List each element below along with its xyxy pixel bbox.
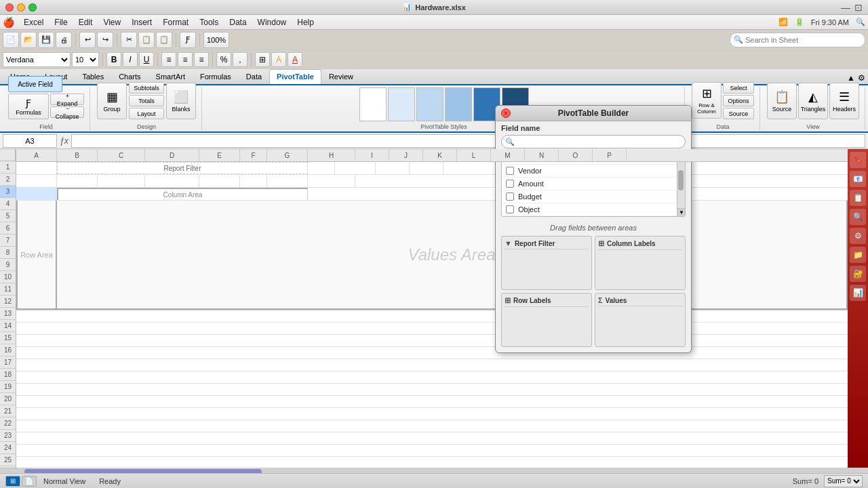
cell-b1[interactable]: Report Filter <box>57 162 308 174</box>
fullscreen-icon[interactable]: ⊡ <box>854 2 863 13</box>
sidebar-icon-4[interactable]: 🔍 <box>850 209 866 225</box>
pivot-area-column-labels[interactable]: ⊞ Column Labels <box>595 236 686 290</box>
cell-e2[interactable] <box>199 175 240 187</box>
col-header-b[interactable]: B <box>57 149 98 161</box>
headers-btn[interactable]: ☰ Headers <box>829 83 859 119</box>
pivot-area-row-labels[interactable]: ⊞ Row Labels <box>501 293 592 347</box>
col-header-p[interactable]: P <box>593 149 627 161</box>
zoom-btn[interactable]: 100% <box>203 32 229 48</box>
collapse-btn[interactable]: － Collapse <box>50 106 84 118</box>
percent-btn[interactable]: % <box>216 52 231 67</box>
window-controls[interactable] <box>5 3 37 12</box>
col-header-o[interactable]: O <box>559 149 593 161</box>
col-header-g[interactable]: G <box>267 149 308 161</box>
col-header-n[interactable]: N <box>525 149 559 161</box>
col-header-l[interactable]: L <box>457 149 491 161</box>
save-btn[interactable]: 💾 <box>38 32 54 48</box>
font-size-select[interactable]: 10 <box>72 52 99 67</box>
col-header-h[interactable]: H <box>308 149 355 161</box>
col-header-k[interactable]: K <box>423 149 457 161</box>
pivot-area-values[interactable]: Σ Values <box>595 293 686 347</box>
italic-btn[interactable]: I <box>123 52 138 67</box>
sidebar-icon-7[interactable]: 🔐 <box>850 266 866 282</box>
minimize-button[interactable] <box>17 3 25 12</box>
page-layout-btn[interactable]: 📄 <box>22 476 37 487</box>
triangles-btn[interactable]: ◭ Triangles <box>798 83 828 119</box>
active-field-btn[interactable]: Active Field <box>8 76 62 92</box>
pivot-builder-titlebar[interactable]: × PivotTable Builder <box>496 106 691 121</box>
scroll-down-btn[interactable]: ▼ <box>677 208 686 216</box>
style-2[interactable] <box>388 87 415 121</box>
sidebar-icon-8[interactable]: 📊 <box>850 285 866 301</box>
menu-edit[interactable]: Edit <box>73 16 98 28</box>
menu-data[interactable]: Data <box>224 16 252 28</box>
sidebar-icon-6[interactable]: 📁 <box>850 247 866 263</box>
formula-input[interactable] <box>71 134 865 148</box>
bold-btn[interactable]: B <box>106 52 121 67</box>
layout-btn[interactable]: Layout <box>129 108 164 119</box>
pivot-search-input[interactable] <box>501 135 686 148</box>
pivot-builder-close-btn[interactable]: × <box>501 108 511 118</box>
spotlight-icon[interactable]: 🔍 <box>856 18 865 26</box>
field-checkbox-amount[interactable] <box>506 180 514 188</box>
cell-f1[interactable] <box>308 162 335 174</box>
col-header-a[interactable]: A <box>16 149 57 161</box>
cell-f2[interactable] <box>240 175 267 187</box>
cell-b2[interactable] <box>57 175 98 187</box>
expand-btn[interactable]: ＋ Expand <box>50 94 84 105</box>
new-btn[interactable]: 📄 <box>3 32 19 48</box>
style-4[interactable] <box>445 87 472 121</box>
field-item-amount[interactable]: Amount <box>502 178 685 190</box>
comma-btn[interactable]: , <box>233 52 248 67</box>
fill-btn[interactable]: A <box>271 52 286 67</box>
empty-cell[interactable] <box>16 310 848 323</box>
cell-g1[interactable] <box>335 162 376 174</box>
field-item-object[interactable]: Object <box>502 203 685 216</box>
font-select[interactable]: Verdana <box>3 52 71 67</box>
menu-format[interactable]: Format <box>157 16 194 28</box>
field-item-vendor[interactable]: Vendor <box>502 165 685 178</box>
sidebar-icon-2[interactable]: 📧 <box>850 171 866 187</box>
cell-a2[interactable] <box>16 175 57 187</box>
menu-window[interactable]: Window <box>252 16 292 28</box>
font-color-btn[interactable]: A <box>288 52 302 67</box>
copy-btn[interactable]: 📋 <box>138 32 155 48</box>
tab-formulas[interactable]: Formulas <box>193 69 239 84</box>
menu-excel[interactable]: Excel <box>18 16 49 28</box>
formulas-btn[interactable]: Ƒ Formulas <box>8 94 49 119</box>
cell-h2[interactable] <box>308 175 355 187</box>
cut-btn[interactable]: ✂ <box>121 32 137 48</box>
search-in-sheet-input[interactable] <box>730 33 865 47</box>
menu-help[interactable]: Help <box>292 16 319 28</box>
tab-pivottable[interactable]: PivotTable <box>269 69 321 84</box>
scroll-thumb[interactable] <box>678 170 684 190</box>
open-btn[interactable]: 📂 <box>20 32 37 48</box>
menu-view[interactable]: View <box>98 16 126 28</box>
style-3[interactable] <box>416 87 443 121</box>
cell-a3[interactable] <box>16 188 57 200</box>
cell-b3[interactable]: Column Area <box>57 188 308 200</box>
underline-btn[interactable]: U <box>139 52 154 67</box>
print-btn[interactable]: 🖨 <box>56 32 72 48</box>
cell-a1[interactable] <box>16 162 57 174</box>
menu-insert[interactable]: Insert <box>126 16 157 28</box>
subtotals-btn[interactable]: Subtotals <box>129 82 164 94</box>
name-box[interactable] <box>3 134 57 148</box>
col-header-c[interactable]: C <box>98 149 145 161</box>
col-header-f[interactable]: F <box>240 149 267 161</box>
undo-btn[interactable]: ↩ <box>79 32 96 48</box>
border-btn[interactable]: ⊞ <box>255 52 270 67</box>
field-checkbox-budget[interactable] <box>506 192 514 201</box>
options-btn[interactable]: Options <box>723 95 754 106</box>
group-btn[interactable]: ▦ Group <box>97 83 127 119</box>
apple-logo[interactable]: 🍎 <box>3 17 14 28</box>
sidebar-icon-1[interactable]: 🔖 <box>850 152 866 168</box>
tab-review[interactable]: Review <box>321 69 361 84</box>
col-header-j[interactable]: J <box>389 149 423 161</box>
sidebar-icon-3[interactable]: 📋 <box>850 190 866 206</box>
col-header-i[interactable]: I <box>355 149 389 161</box>
cell-g2[interactable] <box>267 175 308 187</box>
pivot-area-report-filter[interactable]: ▼ Report Filter <box>501 236 592 290</box>
field-checkbox-vendor[interactable] <box>506 167 514 175</box>
select-btn[interactable]: Select <box>723 82 754 94</box>
